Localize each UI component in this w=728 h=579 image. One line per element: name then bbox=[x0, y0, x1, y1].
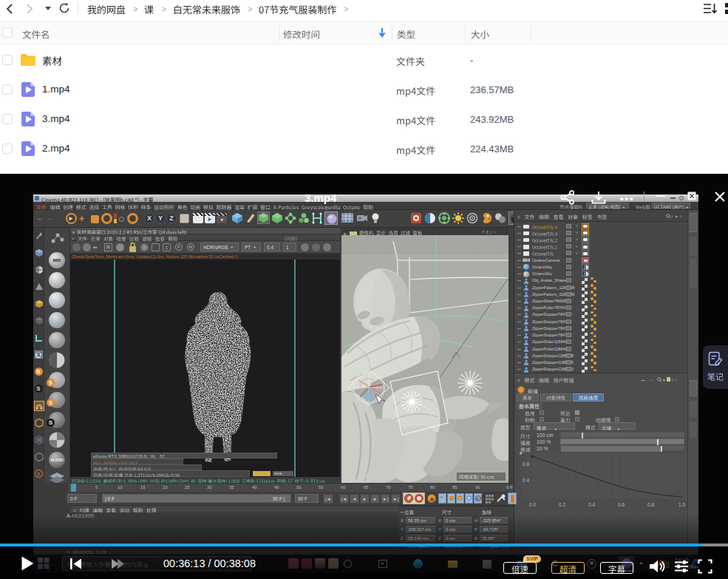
svg-text:0.0: 0.0 bbox=[529, 502, 536, 507]
svg-text:0.4: 0.4 bbox=[523, 478, 529, 483]
svg-text:0.4: 0.4 bbox=[588, 502, 595, 507]
svg-text:1.0: 1.0 bbox=[678, 502, 685, 507]
svg-text:0.8: 0.8 bbox=[647, 502, 654, 507]
svg-text:0.2: 0.2 bbox=[559, 502, 565, 507]
svg-text:0.6: 0.6 bbox=[618, 502, 625, 507]
svg-text:0.8: 0.8 bbox=[523, 461, 529, 467]
